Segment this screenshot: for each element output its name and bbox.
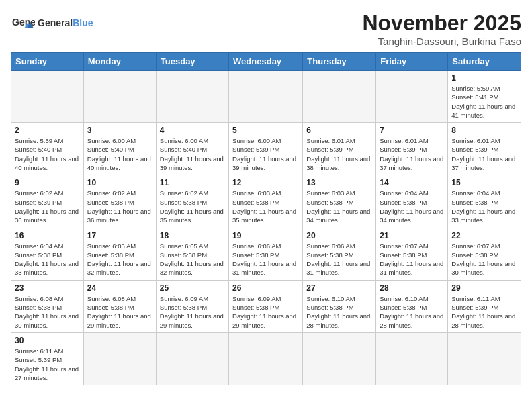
calendar-cell: 4Sunrise: 6:00 AM Sunset: 5:40 PM Daylig… <box>156 123 228 175</box>
calendar-cell: 26Sunrise: 6:09 AM Sunset: 5:38 PM Dayli… <box>229 280 303 332</box>
day-number: 24 <box>87 283 152 293</box>
calendar-cell <box>229 71 303 123</box>
weekday-header-friday: Friday <box>376 53 448 71</box>
calendar-cell: 28Sunrise: 6:10 AM Sunset: 5:38 PM Dayli… <box>376 280 448 332</box>
calendar-cell: 10Sunrise: 6:02 AM Sunset: 5:38 PM Dayli… <box>83 175 156 228</box>
day-info: Sunrise: 6:00 AM Sunset: 5:39 PM Dayligh… <box>232 136 299 172</box>
day-info: Sunrise: 6:02 AM Sunset: 5:39 PM Dayligh… <box>15 189 80 224</box>
calendar-cell: 7Sunrise: 6:01 AM Sunset: 5:39 PM Daylig… <box>376 123 448 175</box>
day-info: Sunrise: 6:09 AM Sunset: 5:38 PM Dayligh… <box>160 294 225 330</box>
calendar-cell: 16Sunrise: 6:04 AM Sunset: 5:38 PM Dayli… <box>11 228 84 280</box>
day-info: Sunrise: 6:01 AM Sunset: 5:39 PM Dayligh… <box>306 136 372 172</box>
weekday-header-saturday: Saturday <box>448 53 521 71</box>
calendar-cell <box>448 332 521 385</box>
calendar-cell: 2Sunrise: 5:59 AM Sunset: 5:40 PM Daylig… <box>11 123 84 175</box>
calendar-cell: 13Sunrise: 6:03 AM Sunset: 5:38 PM Dayli… <box>303 175 376 228</box>
day-number: 22 <box>451 231 517 240</box>
calendar-week-row: 30Sunrise: 6:11 AM Sunset: 5:39 PM Dayli… <box>11 332 521 385</box>
weekday-header-monday: Monday <box>83 53 156 71</box>
calendar-cell <box>156 332 228 385</box>
day-info: Sunrise: 6:05 AM Sunset: 5:38 PM Dayligh… <box>160 242 225 277</box>
day-number: 17 <box>87 231 152 240</box>
calendar-week-row: 16Sunrise: 6:04 AM Sunset: 5:38 PM Dayli… <box>11 228 521 280</box>
calendar-cell: 6Sunrise: 6:01 AM Sunset: 5:39 PM Daylig… <box>303 123 376 175</box>
calendar-cell: 30Sunrise: 6:11 AM Sunset: 5:39 PM Dayli… <box>11 332 84 385</box>
day-info: Sunrise: 6:09 AM Sunset: 5:38 PM Dayligh… <box>232 294 299 330</box>
day-info: Sunrise: 6:02 AM Sunset: 5:38 PM Dayligh… <box>87 189 152 224</box>
calendar-week-row: 2Sunrise: 5:59 AM Sunset: 5:40 PM Daylig… <box>11 123 521 175</box>
day-number: 16 <box>15 231 80 240</box>
weekday-header-sunday: Sunday <box>11 53 84 71</box>
weekday-header-tuesday: Tuesday <box>156 53 228 71</box>
day-info: Sunrise: 6:11 AM Sunset: 5:39 PM Dayligh… <box>451 294 517 330</box>
day-info: Sunrise: 6:03 AM Sunset: 5:38 PM Dayligh… <box>306 189 372 224</box>
weekday-header-wednesday: Wednesday <box>229 53 303 71</box>
day-info: Sunrise: 6:04 AM Sunset: 5:38 PM Dayligh… <box>451 189 517 224</box>
day-info: Sunrise: 6:00 AM Sunset: 5:40 PM Dayligh… <box>87 136 152 172</box>
calendar-cell: 8Sunrise: 6:01 AM Sunset: 5:39 PM Daylig… <box>448 123 521 175</box>
day-info: Sunrise: 6:03 AM Sunset: 5:38 PM Dayligh… <box>232 189 299 224</box>
day-number: 28 <box>380 283 444 293</box>
calendar-cell <box>229 332 303 385</box>
day-number: 9 <box>15 178 80 187</box>
day-info: Sunrise: 6:07 AM Sunset: 5:38 PM Dayligh… <box>380 242 444 277</box>
day-number: 19 <box>232 231 299 240</box>
weekday-header-row: SundayMondayTuesdayWednesdayThursdayFrid… <box>11 53 521 71</box>
day-number: 8 <box>451 126 517 135</box>
calendar-cell: 1Sunrise: 5:59 AM Sunset: 5:41 PM Daylig… <box>448 71 521 123</box>
day-number: 2 <box>15 126 80 135</box>
day-number: 26 <box>232 283 299 293</box>
day-info: Sunrise: 5:59 AM Sunset: 5:41 PM Dayligh… <box>451 84 517 120</box>
day-number: 3 <box>87 126 152 135</box>
weekday-header-thursday: Thursday <box>303 53 376 71</box>
location: Tanghin-Dassouri, Burkina Faso <box>362 36 521 47</box>
calendar-week-row: 9Sunrise: 6:02 AM Sunset: 5:39 PM Daylig… <box>11 175 521 228</box>
day-info: Sunrise: 6:10 AM Sunset: 5:38 PM Dayligh… <box>380 294 444 330</box>
calendar-cell: 5Sunrise: 6:00 AM Sunset: 5:39 PM Daylig… <box>229 123 303 175</box>
calendar-cell <box>83 332 156 385</box>
calendar-cell: 15Sunrise: 6:04 AM Sunset: 5:38 PM Dayli… <box>448 175 521 228</box>
day-info: Sunrise: 6:05 AM Sunset: 5:38 PM Dayligh… <box>87 242 152 277</box>
day-info: Sunrise: 6:04 AM Sunset: 5:38 PM Dayligh… <box>380 189 444 224</box>
day-number: 23 <box>15 283 80 293</box>
calendar-cell <box>303 71 376 123</box>
day-info: Sunrise: 6:02 AM Sunset: 5:38 PM Dayligh… <box>160 189 225 224</box>
day-number: 10 <box>87 178 152 187</box>
day-number: 13 <box>306 178 372 187</box>
calendar-cell: 20Sunrise: 6:06 AM Sunset: 5:38 PM Dayli… <box>303 228 376 280</box>
calendar-cell <box>11 71 84 123</box>
day-number: 20 <box>306 231 372 240</box>
day-number: 30 <box>15 336 80 345</box>
logo-icon: General <box>11 11 35 35</box>
calendar-cell: 29Sunrise: 6:11 AM Sunset: 5:39 PM Dayli… <box>448 280 521 332</box>
calendar-cell: 24Sunrise: 6:08 AM Sunset: 5:38 PM Dayli… <box>83 280 156 332</box>
day-info: Sunrise: 6:08 AM Sunset: 5:38 PM Dayligh… <box>15 294 80 330</box>
calendar-cell: 25Sunrise: 6:09 AM Sunset: 5:38 PM Dayli… <box>156 280 228 332</box>
day-info: Sunrise: 5:59 AM Sunset: 5:40 PM Dayligh… <box>15 136 80 172</box>
logo: General GeneralBlue <box>11 11 93 35</box>
day-info: Sunrise: 6:10 AM Sunset: 5:38 PM Dayligh… <box>306 294 372 330</box>
calendar-cell: 27Sunrise: 6:10 AM Sunset: 5:38 PM Dayli… <box>303 280 376 332</box>
title-block: November 2025 Tanghin-Dassouri, Burkina … <box>362 11 521 47</box>
day-number: 27 <box>306 283 372 293</box>
calendar-cell: 21Sunrise: 6:07 AM Sunset: 5:38 PM Dayli… <box>376 228 448 280</box>
day-number: 11 <box>160 178 225 187</box>
calendar-cell: 14Sunrise: 6:04 AM Sunset: 5:38 PM Dayli… <box>376 175 448 228</box>
day-number: 18 <box>160 231 225 240</box>
calendar-cell <box>83 71 156 123</box>
logo-text: GeneralBlue <box>38 17 93 28</box>
calendar-cell: 11Sunrise: 6:02 AM Sunset: 5:38 PM Dayli… <box>156 175 228 228</box>
calendar-cell: 9Sunrise: 6:02 AM Sunset: 5:39 PM Daylig… <box>11 175 84 228</box>
day-number: 4 <box>160 126 225 135</box>
calendar-cell: 22Sunrise: 6:07 AM Sunset: 5:38 PM Dayli… <box>448 228 521 280</box>
day-info: Sunrise: 6:01 AM Sunset: 5:39 PM Dayligh… <box>451 136 517 172</box>
day-info: Sunrise: 6:06 AM Sunset: 5:38 PM Dayligh… <box>232 242 299 277</box>
day-number: 29 <box>451 283 517 293</box>
day-info: Sunrise: 6:07 AM Sunset: 5:38 PM Dayligh… <box>451 242 517 277</box>
calendar-cell: 17Sunrise: 6:05 AM Sunset: 5:38 PM Dayli… <box>83 228 156 280</box>
day-info: Sunrise: 6:01 AM Sunset: 5:39 PM Dayligh… <box>380 136 444 172</box>
day-info: Sunrise: 6:11 AM Sunset: 5:39 PM Dayligh… <box>15 347 80 382</box>
calendar-cell <box>376 332 448 385</box>
calendar-cell: 23Sunrise: 6:08 AM Sunset: 5:38 PM Dayli… <box>11 280 84 332</box>
calendar-week-row: 23Sunrise: 6:08 AM Sunset: 5:38 PM Dayli… <box>11 280 521 332</box>
